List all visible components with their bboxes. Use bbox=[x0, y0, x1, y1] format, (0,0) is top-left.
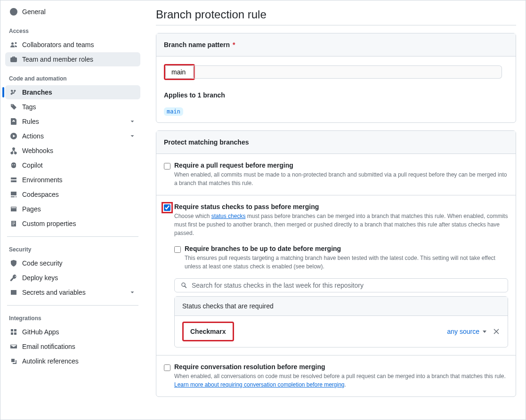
sidebar-item-label: Deploy keys bbox=[22, 274, 58, 282]
briefcase-icon bbox=[10, 56, 17, 63]
page-title: Branch protection rule bbox=[156, 8, 516, 25]
repo-push-icon bbox=[10, 118, 17, 125]
require-conversation-label: Require conversation resolution before m… bbox=[174, 363, 325, 371]
rule-require-pr: Require a pull request before merging Wh… bbox=[156, 154, 516, 195]
sidebar-item-secrets[interactable]: Secrets and variables bbox=[5, 285, 140, 299]
status-checks-link[interactable]: status checks bbox=[211, 213, 246, 219]
require-uptodate-label: Require branches to be up to date before… bbox=[185, 245, 341, 252]
branch-tag: main bbox=[164, 107, 183, 116]
required-checks-header: Status checks that are required bbox=[175, 297, 508, 316]
play-icon bbox=[10, 132, 17, 140]
sidebar-item-email-notifications[interactable]: Email notifications bbox=[5, 339, 140, 354]
required-asterisk: * bbox=[233, 41, 235, 48]
sidebar-item-code-security[interactable]: Code security bbox=[5, 256, 140, 270]
protect-branches-header: Protect matching branches bbox=[156, 131, 516, 154]
require-status-desc: Choose which status checks must pass bef… bbox=[174, 212, 508, 237]
sidebar-group-security: Security bbox=[3, 238, 142, 256]
sidebar-item-label: Pages bbox=[22, 205, 41, 213]
sidebar-item-label: Environments bbox=[22, 176, 63, 184]
sidebar-item-branches[interactable]: Branches bbox=[5, 85, 140, 99]
cross-reference-icon bbox=[10, 357, 17, 365]
require-pr-checkbox[interactable] bbox=[164, 163, 170, 170]
conversation-learn-more-link[interactable]: Learn more about requiring conversation … bbox=[174, 381, 345, 388]
branch-pattern-header: Branch name pattern * bbox=[156, 33, 516, 57]
status-check-source-select[interactable]: any source bbox=[447, 328, 487, 335]
rule-require-status: Require status checks to pass before mer… bbox=[156, 195, 516, 355]
sidebar-item-collaborators[interactable]: Collaborators and teams bbox=[5, 38, 140, 52]
sidebar-item-deploy-keys[interactable]: Deploy keys bbox=[5, 271, 140, 285]
sidebar-item-label: Branches bbox=[22, 89, 52, 96]
branch-pattern-input[interactable] bbox=[165, 65, 194, 79]
sidebar-item-custom-properties[interactable]: Custom properties bbox=[5, 217, 140, 231]
sidebar-item-label: Rules bbox=[22, 118, 39, 125]
main-content: Branch protection rule Branch name patte… bbox=[146, 0, 526, 420]
sidebar-item-label: Copilot bbox=[22, 162, 43, 169]
require-pr-label: Require a pull request before merging bbox=[174, 162, 293, 169]
sidebar-item-label: General bbox=[22, 8, 46, 16]
status-check-search-placeholder: Search for status checks in the last wee… bbox=[192, 282, 364, 289]
sidebar-item-label: Team and member roles bbox=[22, 56, 93, 63]
copilot-icon bbox=[10, 162, 17, 169]
note-icon bbox=[10, 220, 17, 227]
gear-icon bbox=[10, 8, 17, 16]
applies-to-label: Applies to 1 branch bbox=[164, 91, 508, 99]
close-icon[interactable] bbox=[493, 328, 500, 335]
codespaces-icon bbox=[10, 191, 17, 198]
sidebar-item-label: Tags bbox=[22, 103, 36, 111]
sidebar-item-label: Custom properties bbox=[22, 220, 76, 227]
key-icon bbox=[10, 274, 17, 282]
status-check-search[interactable]: Search for status checks in the last wee… bbox=[174, 278, 508, 292]
sidebar-item-label: Codespaces bbox=[22, 191, 59, 198]
sidebar-group-access: Access bbox=[3, 19, 142, 37]
sidebar-item-copilot[interactable]: Copilot bbox=[5, 158, 140, 172]
branch-pattern-input-tail[interactable] bbox=[193, 65, 502, 79]
require-conversation-checkbox[interactable] bbox=[164, 364, 170, 371]
sidebar-group-integrations: Integrations bbox=[3, 307, 142, 324]
sidebar-item-team-roles[interactable]: Team and member roles bbox=[5, 52, 140, 66]
people-icon bbox=[10, 41, 17, 48]
key-asterisk-icon bbox=[10, 289, 17, 296]
sidebar-item-environments[interactable]: Environments bbox=[5, 173, 140, 187]
required-checks-panel: Status checks that are required Checkmar… bbox=[174, 296, 508, 347]
sidebar-item-actions[interactable]: Actions bbox=[5, 129, 140, 143]
require-uptodate-checkbox[interactable] bbox=[174, 246, 181, 253]
search-icon bbox=[180, 282, 188, 289]
sidebar-item-label: Collaborators and teams bbox=[22, 41, 94, 48]
require-status-checkbox[interactable] bbox=[164, 204, 170, 211]
git-branch-icon bbox=[10, 89, 17, 96]
sidebar-item-tags[interactable]: Tags bbox=[5, 100, 140, 114]
apps-icon bbox=[10, 328, 17, 336]
require-status-label: Require status checks to pass before mer… bbox=[174, 203, 319, 210]
settings-sidebar: General Access Collaborators and teams T… bbox=[0, 0, 146, 420]
require-pr-desc: When enabled, all commits must be made t… bbox=[174, 170, 508, 187]
branch-pattern-input-highlight bbox=[164, 64, 195, 80]
shield-icon bbox=[10, 259, 17, 267]
sidebar-item-label: Email notifications bbox=[22, 343, 75, 350]
browser-icon bbox=[10, 205, 17, 213]
sidebar-item-general[interactable]: General bbox=[5, 5, 140, 19]
sidebar-item-label: Autolink references bbox=[22, 357, 79, 365]
mail-icon bbox=[10, 343, 17, 350]
webhook-icon bbox=[10, 147, 17, 154]
sidebar-item-webhooks[interactable]: Webhooks bbox=[5, 144, 140, 158]
sidebar-item-github-apps[interactable]: GitHub Apps bbox=[5, 325, 140, 339]
required-check-row: Checkmarx any source bbox=[175, 316, 508, 347]
sidebar-item-autolink[interactable]: Autolink references bbox=[5, 354, 140, 368]
protect-branches-panel: Protect matching branches Require a pull… bbox=[156, 130, 516, 397]
require-uptodate-desc: This ensures pull requests targeting a m… bbox=[185, 254, 508, 271]
branch-pattern-panel: Branch name pattern * Applies to 1 branc… bbox=[156, 33, 516, 123]
status-check-name: Checkmarx bbox=[182, 322, 234, 341]
sidebar-item-label: Secrets and variables bbox=[22, 289, 86, 296]
sidebar-item-label: Actions bbox=[22, 132, 44, 140]
chevron-down-icon bbox=[129, 133, 136, 139]
sidebar-item-label: Code security bbox=[22, 259, 63, 267]
sidebar-item-rules[interactable]: Rules bbox=[5, 114, 140, 129]
chevron-down-icon bbox=[129, 289, 136, 296]
chevron-down-icon bbox=[129, 118, 136, 125]
sidebar-item-pages[interactable]: Pages bbox=[5, 202, 140, 216]
require-conversation-desc: When enabled, all conversations on code … bbox=[174, 372, 508, 389]
tag-icon bbox=[10, 103, 17, 111]
sidebar-group-code: Code and automation bbox=[3, 67, 142, 85]
branch-pattern-label: Branch name pattern bbox=[164, 41, 230, 48]
sidebar-item-codespaces[interactable]: Codespaces bbox=[5, 187, 140, 202]
